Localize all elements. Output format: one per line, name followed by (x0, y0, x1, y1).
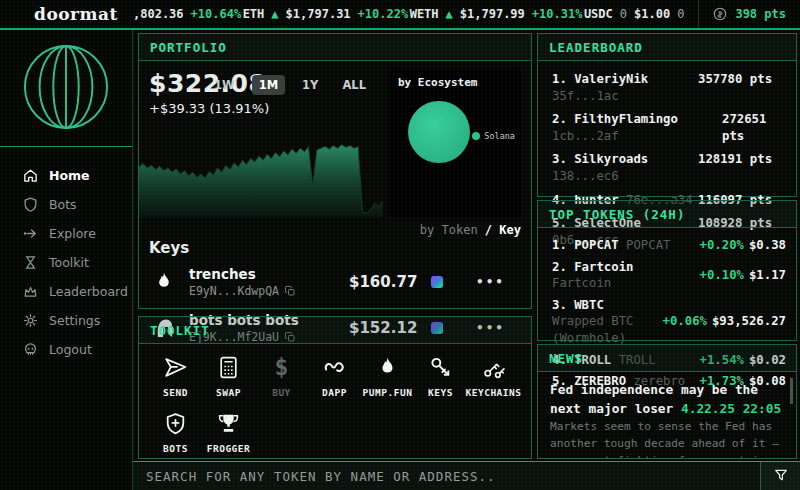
sidebar-menu: HomeBotsExploreToolkitLeaderboardSetting… (0, 161, 132, 364)
bots-icon (163, 410, 188, 436)
news-body: Fed independence may be the next major l… (538, 372, 796, 458)
key-value: $160.77 (349, 273, 421, 291)
top-tokens-panel: TOP TOKENS (24H) 1. POPCAT POPCAT+0.20%$… (537, 200, 797, 341)
sidebar-item-label: Toolkit (49, 255, 89, 270)
token-price: $1.17 (749, 268, 786, 282)
copy-icon[interactable] (284, 285, 296, 297)
tool-label: PUMP.FUN (363, 387, 413, 398)
token-search-input[interactable] (133, 469, 760, 484)
portfolio-panel: PORTFOLIO $322.08 +$39.33 (13.91%) 1W1M1… (138, 33, 532, 309)
frogger-icon (216, 410, 241, 436)
token-row[interactable]: 2. Fartcoin Fartcoin+0.10%$1.17 (552, 259, 786, 292)
leaderboard-row: 2. FilthyFlamingo 1cb...2af272651 pts (552, 111, 784, 144)
news-scrollbar[interactable] (790, 378, 793, 404)
toggle-separator: / (485, 223, 492, 237)
buy-icon: $ (275, 354, 289, 380)
leaderboard-row: 1. ValeriyNik 35f...1ac357780 pts (552, 71, 784, 104)
legend-dot (472, 132, 480, 140)
toolkit-icon (22, 254, 39, 271)
range-button-1y[interactable]: 1Y (295, 75, 325, 95)
sidebar-item-leaderboard[interactable]: Leaderboard (0, 277, 132, 306)
keys-heading: Keys (149, 239, 521, 257)
leaderboard-points: 357780 pts (698, 71, 784, 104)
app-logo: doormat (0, 4, 133, 24)
tool-keychains[interactable]: KEYCHAINS (467, 354, 520, 398)
tool-label: BOTS (163, 443, 188, 454)
filter-funnel-icon (773, 467, 789, 486)
ticker-item: ,802.36+10.64% (133, 7, 241, 21)
token-row[interactable]: 1. POPCAT POPCAT+0.20%$0.38 (552, 237, 786, 254)
points-coin-icon (712, 6, 728, 22)
tool-label: SEND (163, 387, 188, 398)
portfolio-area-chart (139, 131, 383, 217)
sidebar-item-label: Bots (49, 197, 77, 212)
ticker-symbol: WETH (410, 7, 439, 21)
by-key-option[interactable]: Key (499, 223, 521, 237)
range-button-1m[interactable]: 1M (252, 75, 285, 95)
range-button-1w[interactable]: 1W (207, 75, 242, 95)
sidebar-item-bots[interactable]: Bots (0, 190, 132, 219)
tool-send[interactable]: SEND (149, 354, 202, 398)
tool-label: DAPP (322, 387, 347, 398)
sidebar-item-label: Logout (49, 342, 92, 357)
key-name: trenches (189, 266, 339, 282)
key-options-button[interactable]: ••• (476, 275, 521, 289)
ticker-change: +10.64% (191, 7, 242, 21)
leaderboard-rank-name: 2. FilthyFlamingo (552, 112, 678, 126)
keys-icon (428, 354, 453, 380)
sidebar-item-label: Explore (49, 226, 96, 241)
sidebar-divider (0, 146, 132, 147)
key-row[interactable]: trenchesE9yN...KdwpQA$160.77••• (149, 259, 521, 305)
tool-pump-fun[interactable]: PUMP.FUN (361, 354, 414, 398)
leaderboard-address: 1cb...2af (552, 129, 619, 143)
token-name: POPCAT (626, 238, 670, 252)
shield-icon (22, 196, 39, 213)
sidebar-item-explore[interactable]: Explore (0, 219, 132, 248)
ecosystem-box: by Ecosystem Solana (389, 69, 521, 217)
leaderboard-panel: LEADERBOARD 1. ValeriyNik 35f...1ac35778… (537, 33, 797, 197)
sidebar: HomeBotsExploreToolkitLeaderboardSetting… (0, 30, 133, 490)
token-key-toggle[interactable]: by Token / Key (149, 223, 521, 237)
sidebar-item-toolkit[interactable]: Toolkit (0, 248, 132, 277)
toolkit-header: TOOLKIT (139, 317, 531, 344)
ticker-symbol: USDC (584, 7, 613, 21)
tool-keys[interactable]: KEYS (414, 354, 467, 398)
leaderboard-points: 272651 pts (722, 111, 784, 144)
ticker-change: +10.22% (358, 7, 409, 21)
top-tokens-header: TOP TOKENS (24H) (538, 201, 796, 228)
legend-item: Solana (472, 131, 515, 141)
search-filter-button[interactable] (760, 462, 800, 490)
token-price: $0.38 (749, 238, 786, 252)
solana-badge-icon (431, 276, 443, 288)
tool-swap[interactable]: SWAP (202, 354, 255, 398)
search-bar (133, 461, 800, 490)
ticker-direction-icon: ▲ (446, 7, 453, 21)
price-ticker: ,802.36+10.64%ETH▲$1,797.31+10.22%WETH▲$… (133, 7, 698, 21)
tool-frogger[interactable]: FROGGER (202, 410, 255, 454)
swap-icon (216, 354, 241, 380)
leaderboard-points: 128191 pts (698, 151, 784, 184)
send-icon (163, 354, 188, 380)
ticker-price: ,802.36 (133, 7, 184, 21)
token-row[interactable]: 3. WBTC Wrapped BTC (Wormhole)+0.06%$93,… (552, 297, 786, 347)
portfolio-change: +$39.33 (13.91%) (149, 101, 383, 116)
tool-bots[interactable]: BOTS (149, 410, 202, 454)
key-info: trenchesE9yN...KdwpQA (189, 266, 339, 298)
tool-dapp[interactable]: DAPP (308, 354, 361, 398)
range-button-all[interactable]: ALL (335, 75, 373, 95)
sidebar-item-logout[interactable]: Logout (0, 335, 132, 364)
tool-label: BUY (272, 387, 291, 398)
sidebar-item-settings[interactable]: Settings (0, 306, 132, 335)
flame-icon (149, 267, 179, 297)
token-symbol: 2. Fartcoin (552, 260, 633, 274)
ticker-item: WETH▲$1,797.99+10.31% (410, 7, 583, 21)
ecosystem-pie-chart (408, 101, 470, 163)
token-name: Wrapped BTC (Wormhole) (552, 314, 633, 345)
sidebar-item-home[interactable]: Home (0, 161, 132, 190)
top-bar: doormat ,802.36+10.64%ETH▲$1,797.31+10.2… (0, 0, 800, 30)
token-change: +0.10% (700, 268, 744, 282)
by-token-option[interactable]: by Token (420, 223, 478, 237)
tool-buy[interactable]: $BUY (255, 354, 308, 398)
toolkit-grid: SENDSWAP$BUYDAPPPUMP.FUNKEYSKEYCHAINSBOT… (139, 344, 531, 458)
portfolio-chart: $322.08 +$39.33 (13.91%) 1W1M1YALL (149, 69, 383, 217)
